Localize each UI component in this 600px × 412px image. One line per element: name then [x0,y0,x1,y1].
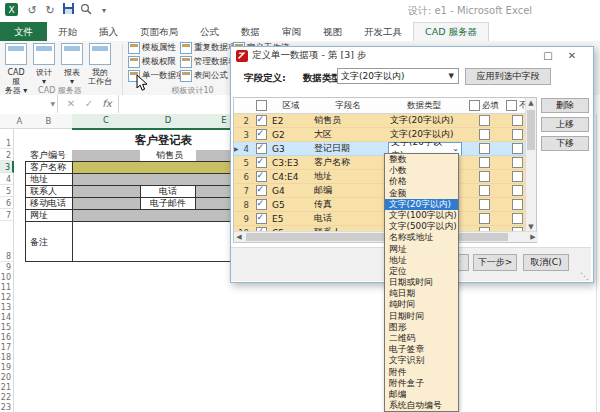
row-header[interactable]: 21 [0,382,14,392]
confirm-entry-icon[interactable]: ✓ [80,95,98,113]
hscroll-thumb[interactable] [246,233,508,241]
ribbon-tab[interactable]: 审阅 [271,22,312,41]
email-label[interactable]: 电子邮件 [140,197,196,210]
col-header-field[interactable]: 字段名 [310,98,386,113]
salesperson-label[interactable]: 销售员 [140,150,196,161]
name-box-dropdown-icon[interactable]: ▼ [50,100,55,107]
form-title[interactable]: 客户登记表 [72,131,252,149]
dropdown-item[interactable]: 定位 [385,266,458,277]
dropdown-item[interactable]: 文字(500字以内) [385,221,458,232]
save-icon[interactable] [60,3,76,19]
ribbon-tab[interactable]: 页面布局 [129,22,189,41]
mobile-label[interactable]: 移动电话 [27,198,71,209]
customer-no-cell[interactable] [72,150,140,161]
move-down-button[interactable]: 下移 [541,136,589,151]
row-header-3[interactable]: 3 [0,161,14,173]
row-header[interactable]: 13 [0,302,14,312]
dropdown-item[interactable]: 纯日期 [385,288,458,299]
delete-button[interactable]: 删除 [541,98,589,113]
row-data-type[interactable]: 文字(20字以内) [388,129,455,141]
website-label[interactable]: 网址 [27,210,71,221]
row-header[interactable]: 12 [0,292,14,302]
row-checkbox[interactable] [256,129,267,140]
ribbon-tab[interactable]: 数据 [230,22,271,41]
no-checkbox[interactable] [512,129,523,140]
row-header-2[interactable]: 2 [0,149,14,161]
row-header[interactable]: 22 [0,392,14,402]
dialog-maximize-icon[interactable]: □ [539,48,557,63]
dropdown-item[interactable]: 名称或地址 [385,232,458,243]
required-checkbox[interactable] [479,171,490,182]
column-header-b[interactable]: B [25,114,73,129]
contact-cell[interactable] [73,186,140,197]
dropdown-item[interactable]: 附件 [385,367,458,378]
cancel-entry-icon[interactable]: ✕ [62,95,80,113]
required-checkbox[interactable] [479,185,490,196]
col-header-type[interactable]: 数据类型 [386,98,462,113]
dropdown-item[interactable]: 日期时间 [385,311,458,322]
no-checkbox[interactable] [512,143,523,154]
row-header[interactable]: 17 [0,342,14,352]
row-header-7[interactable]: 7 [0,209,14,221]
name-box[interactable]: ▼ [0,95,58,113]
customer-no-label[interactable]: 客户编号 [27,150,71,161]
required-checkbox[interactable] [479,157,490,168]
no-all-checkbox[interactable] [506,100,517,111]
address-cell[interactable] [73,174,252,185]
dropdown-item[interactable]: 整数 [385,154,458,165]
dropdown-item[interactable]: 邮编 [385,389,458,400]
apply-to-selected-button[interactable]: 应用到选中字段 [465,68,551,85]
row-header-6[interactable]: 6 [0,197,14,209]
required-checkbox[interactable] [479,143,490,154]
required-checkbox[interactable] [479,129,490,140]
dropdown-item[interactable]: 文字(20字以内) [385,199,458,210]
row-header[interactable]: 18 [0,352,14,362]
ribbon-tab[interactable]: 文件 [0,22,47,41]
row-header[interactable]: 14 [0,312,14,322]
template-properties-button[interactable]: 模板属性 [128,41,176,54]
table-vscrollbar[interactable]: ▲ ▼ [525,98,536,232]
customer-name-label[interactable]: 客户名称 [27,162,71,173]
undo-icon[interactable]: ↺ [24,3,40,19]
dropdown-item[interactable]: 网址 [385,244,458,255]
row-checkbox[interactable] [256,157,267,168]
required-checkbox[interactable] [479,213,490,224]
dropdown-item[interactable]: 价格 [385,176,458,187]
required-checkbox[interactable] [479,115,490,126]
row-checkbox[interactable] [256,171,267,182]
dropdown-item[interactable]: 系统自动编号 [385,400,458,411]
intertable-formula-button[interactable]: 表间公式 [180,69,228,82]
select-all-checkbox[interactable] [256,100,267,111]
contact-label[interactable]: 联系人 [27,186,71,197]
move-up-button[interactable]: 上移 [541,117,589,132]
row-checkbox[interactable] [256,143,267,154]
row-checkbox[interactable] [256,185,267,196]
notes-label[interactable]: 备注 [27,222,71,262]
select-all-corner[interactable] [0,114,15,129]
col-header-required[interactable]: 必填 [462,98,506,113]
scroll-right-icon[interactable]: ▶ [529,233,537,241]
row-data-type[interactable]: 文字(20字以内) [388,115,455,127]
scroll-down-icon[interactable]: ▼ [526,223,536,231]
dropdown-item[interactable]: 图形 [385,322,458,333]
resize-grip[interactable]: ⋱ [580,271,589,281]
customer-name-cell-selected[interactable] [73,162,252,173]
dropdown-item[interactable]: 附件盒子 [385,378,458,389]
ribbon-tab[interactable]: 视图 [312,22,353,41]
design-button[interactable]: 设计 ▾ [31,43,57,91]
table-row[interactable]: 2 E2 销售员 文字(20字以内) [234,114,536,128]
address-label[interactable]: 地址 [27,174,71,185]
dropdown-item[interactable]: 二维码 [385,333,458,344]
next-step-button[interactable]: 下一步> [473,254,517,271]
row-header[interactable]: 20 [0,372,14,382]
row-header-1[interactable]: 1 [0,129,14,149]
scroll-left-icon[interactable]: ◀ [235,233,243,241]
print-preview-icon[interactable] [78,3,94,19]
no-checkbox[interactable] [512,157,523,168]
ribbon-tab[interactable]: 插入 [88,22,129,41]
template-permissions-button[interactable]: 模板权限 [128,55,176,68]
row-header-8[interactable]: 8 [0,221,14,262]
column-header-d[interactable]: D [140,114,197,130]
dialog-close-icon[interactable]: ✕ [563,48,581,63]
workbench-button[interactable]: 我的 工作台 [87,43,113,91]
